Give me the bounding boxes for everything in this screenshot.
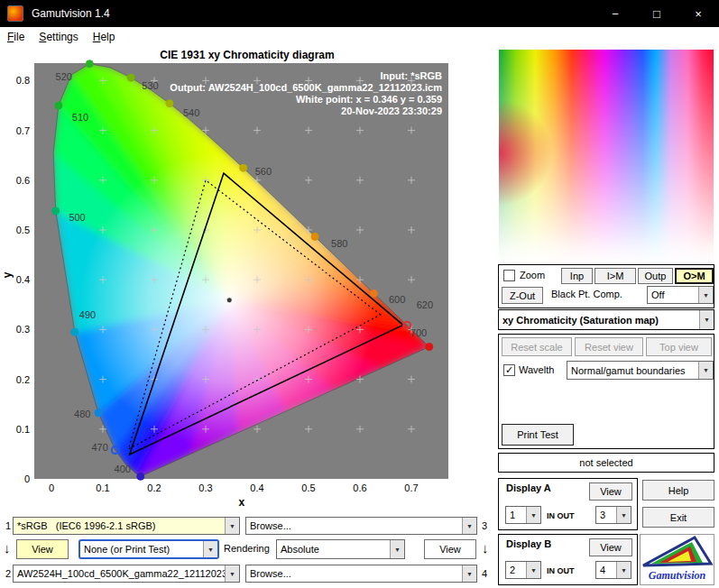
svg-text:x: x (239, 496, 245, 509)
view-mode-select[interactable]: xy Chromaticity (Saturation map) ▼ (498, 309, 714, 330)
black-pt-comp-select[interactable]: Off ▼ (647, 286, 714, 304)
svg-text:0.3: 0.3 (16, 324, 30, 335)
row-number-3: 3 (482, 520, 487, 531)
svg-text:490: 490 (79, 309, 96, 320)
dropdown-arrow-icon[interactable]: ▼ (698, 362, 713, 379)
svg-text:Output: AW2524H_100cd_6500K_ga: Output: AW2524H_100cd_6500K_gamma22_1211… (170, 82, 442, 93)
display-a-view-button[interactable]: View (589, 482, 632, 501)
row-number-1: 1 (5, 520, 11, 531)
display-a-out-select[interactable]: 3 ▼ (595, 506, 631, 524)
chromaticity-diagram: 4004704804905005105205305405605806006207… (0, 47, 494, 516)
wavelength-checkbox[interactable]: ✓ (503, 364, 515, 376)
close-button[interactable]: × (678, 0, 719, 27)
check-icon: ✓ (505, 365, 513, 375)
svg-text:510: 510 (72, 112, 88, 123)
display-a-out-value: 3 (596, 510, 616, 520)
menu-file[interactable]: File (0, 29, 32, 45)
black-pt-comp-value: Off (648, 289, 698, 300)
svg-text:620: 620 (417, 299, 433, 310)
svg-text:470: 470 (91, 442, 107, 453)
dropdown-arrow-icon[interactable]: ▼ (462, 565, 476, 582)
top-view-button[interactable]: Top view (646, 337, 712, 356)
browse-input-select[interactable]: Browse... ▼ (245, 517, 477, 535)
dropdown-arrow-icon[interactable]: ▼ (699, 310, 714, 329)
dropdown-arrow-icon[interactable]: ▼ (698, 287, 713, 303)
dropdown-arrow-icon[interactable]: ▼ (526, 562, 540, 578)
output-profile-select[interactable]: AW2524H_100cd_6500K_gamma22_12112023 ▼ (13, 565, 240, 583)
svg-text:White point: x = 0.346 y = 0: White point: x = 0.346 y = 0.359 (296, 94, 442, 105)
wavelength-label: Wavelth (519, 364, 554, 375)
status-box: not selected (498, 453, 714, 473)
svg-text:0: 0 (24, 473, 30, 484)
svg-text:480: 480 (74, 409, 90, 419)
dropdown-arrow-icon[interactable]: ▼ (225, 565, 239, 582)
intent-value: None (or Print Test) (80, 544, 203, 555)
display-a-in-select[interactable]: 1 ▼ (505, 506, 541, 524)
svg-text:0.8: 0.8 (16, 75, 30, 86)
display-b-out-select[interactable]: 4 ▼ (595, 561, 631, 579)
svg-text:0.2: 0.2 (147, 482, 161, 493)
view-output-button[interactable]: View (424, 539, 476, 559)
display-a-title: Display A (506, 482, 551, 493)
browse-input-value: Browse... (246, 520, 462, 531)
chart-title: CIE 1931 xy Chromaticity diagram (0, 49, 494, 61)
dropdown-arrow-icon[interactable]: ▼ (390, 540, 404, 558)
inp-button[interactable]: Inp (561, 268, 593, 284)
reset-scale-button[interactable]: Reset scale (502, 337, 572, 356)
down-arrow-icon-left: ↓ (4, 540, 11, 556)
input-profile-select[interactable]: *sRGB (IEC6 1996-2.1 sRGB) ▼ (13, 517, 240, 535)
boundaries-value: Normal/gamut boundaries (567, 365, 698, 376)
maximize-button[interactable]: □ (636, 0, 678, 27)
dropdown-arrow-icon[interactable]: ▼ (462, 518, 476, 534)
i-to-m-button[interactable]: I>M (595, 268, 636, 284)
o-to-m-button[interactable]: O>M (675, 268, 714, 284)
display-b-title: Display B (506, 538, 551, 549)
title-bar: Gamutvision 1.4 − □ × (0, 0, 719, 27)
z-out-button[interactable]: Z-Out (502, 287, 543, 304)
display-b-in-value: 2 (506, 565, 526, 575)
svg-text:0.7: 0.7 (404, 482, 418, 493)
saturation-map-image (499, 50, 714, 264)
dropdown-arrow-icon[interactable]: ▼ (616, 507, 631, 523)
minimize-button[interactable]: − (595, 0, 636, 27)
svg-text:0.5: 0.5 (16, 225, 30, 235)
exit-button[interactable]: Exit (642, 507, 714, 528)
svg-text:y: y (1, 271, 14, 278)
help-button[interactable]: Help (642, 480, 714, 501)
row-number-4: 4 (482, 568, 487, 579)
dropdown-arrow-icon[interactable]: ▼ (225, 518, 239, 534)
svg-text:0.2: 0.2 (16, 374, 30, 385)
svg-text:0.4: 0.4 (250, 482, 263, 493)
gamutvision-logo-text: Gamutvision (641, 569, 714, 583)
intent-select[interactable]: None (or Print Test) ▼ (78, 539, 219, 559)
dropdown-arrow-icon[interactable]: ▼ (203, 541, 217, 557)
svg-text:0: 0 (49, 482, 54, 493)
row-number-2: 2 (5, 568, 11, 579)
boundaries-select[interactable]: Normal/gamut boundaries ▼ (567, 361, 714, 380)
display-b-in-select[interactable]: 2 ▼ (505, 561, 541, 579)
down-arrow-icon-right: ↓ (482, 540, 489, 556)
reset-view-button[interactable]: Reset view (575, 337, 643, 356)
print-test-button[interactable]: Print Test (502, 424, 574, 446)
display-b-out-value: 4 (596, 565, 616, 575)
window-title: Gamutvision 1.4 (32, 7, 110, 20)
view-input-button[interactable]: View (16, 539, 69, 559)
display-b-view-button[interactable]: View (589, 538, 632, 556)
svg-text:580: 580 (331, 238, 347, 249)
svg-text:20-Nov-2023 23:30:29: 20-Nov-2023 23:30:29 (341, 106, 442, 116)
zoom-checkbox[interactable] (503, 270, 515, 281)
menu-help[interactable]: Help (86, 29, 123, 45)
outp-button[interactable]: Outp (638, 268, 673, 284)
display-a-inout-label: IN OUT (547, 511, 575, 520)
dropdown-arrow-icon[interactable]: ▼ (526, 507, 540, 523)
rendering-intent-value: Absolute (277, 544, 390, 555)
app-icon (7, 5, 23, 22)
svg-text:0.7: 0.7 (16, 125, 30, 136)
input-profile-value: *sRGB (IEC6 1996-2.1 sRGB) (14, 520, 225, 531)
dropdown-arrow-icon[interactable]: ▼ (616, 562, 631, 578)
rendering-intent-select[interactable]: Absolute ▼ (276, 539, 405, 559)
browse-output-select[interactable]: Browse... ▼ (245, 565, 477, 583)
zoom-label: Zoom (520, 270, 545, 280)
menu-settings[interactable]: Settings (32, 29, 85, 45)
svg-text:600: 600 (389, 294, 405, 305)
